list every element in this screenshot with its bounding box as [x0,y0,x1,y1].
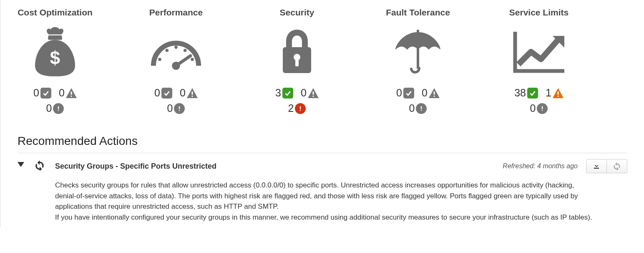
err-count: 0 [46,102,64,114]
ok-count: 0 [396,87,414,99]
svg-rect-4 [58,110,59,111]
refresh-button[interactable] [606,159,627,173]
category-title: Fault Tolerance [386,8,450,18]
action-para2: If you have intentionally configured you… [55,212,597,223]
action-description: Checks security groups for rules that al… [55,180,597,223]
warning-icon [308,88,319,98]
warning-icon [187,88,198,98]
svg-point-11 [191,58,194,61]
category-performance[interactable]: Performance 0 [138,8,214,118]
ok-count: 0 [33,87,51,99]
svg-rect-2 [70,96,72,97]
svg-rect-19 [312,91,314,95]
category-counts: 38 1 0 [514,87,564,118]
svg-rect-26 [433,96,435,97]
err-count: 0 [530,102,548,114]
section-title: Recommended Actions [18,134,627,148]
category-counts: 0 0 0 [154,87,198,118]
error-icon [53,103,64,114]
svg-rect-15 [179,110,180,111]
svg-rect-3 [58,106,59,109]
svg-rect-32 [542,110,543,111]
warning-icon [429,88,440,98]
error-icon [416,103,427,114]
check-icon [527,88,538,99]
warn-count: 0 [422,87,440,99]
warn-count: 0 [180,87,198,99]
svg-rect-24 [417,48,419,69]
svg-rect-29 [557,91,558,95]
svg-rect-28 [421,110,422,111]
ok-count: 0 [154,87,172,99]
chart-up-icon [512,25,566,79]
category-security[interactable]: Security 3 0 [259,8,335,118]
action-para1: Checks security groups for rules that al… [55,180,597,212]
divider [18,153,627,153]
ok-count: 3 [275,87,293,99]
action-buttons [586,159,627,173]
category-title: Security [280,8,314,18]
lock-icon [270,25,324,79]
category-counts: 3 0 2 [275,87,319,118]
category-row: Cost Optimization $ 0 0 [18,8,627,118]
error-icon [537,103,548,114]
check-icon [282,88,293,99]
svg-rect-23 [417,30,419,33]
umbrella-icon [391,25,445,79]
svg-rect-13 [191,96,193,97]
refresh-icon[interactable] [34,160,45,171]
check-icon [403,88,414,99]
svg-rect-30 [557,96,558,97]
check-icon [40,88,51,99]
category-title: Service Limits [509,8,569,18]
category-cost-optimization[interactable]: Cost Optimization $ 0 0 [18,8,93,118]
warn-count: 0 [301,87,319,99]
svg-rect-21 [300,106,301,109]
svg-rect-14 [179,106,180,109]
error-icon [174,103,185,114]
warning-icon [66,88,77,98]
warn-count: 0 [59,87,77,99]
download-button[interactable] [586,159,606,173]
category-title: Performance [149,8,203,18]
svg-point-7 [158,58,161,61]
svg-point-8 [166,49,169,52]
expand-caret-icon[interactable] [18,162,24,168]
refreshed-label: Refreshed: 4 months ago [503,162,578,170]
err-count: 0 [167,102,185,114]
svg-rect-33 [594,168,599,169]
svg-rect-18 [295,59,299,66]
category-counts: 0 0 0 [33,87,77,118]
warning-icon [553,88,564,98]
err-count: 2 [288,102,306,114]
action-title: Security Groups - Specific Ports Unrestr… [55,162,216,171]
svg-rect-1 [70,91,72,95]
svg-rect-22 [300,110,301,111]
category-title: Cost Optimization [18,8,93,18]
money-bag-icon: $ [28,25,82,79]
err-count: 0 [409,102,427,114]
svg-rect-27 [421,106,422,109]
svg-rect-25 [433,91,435,95]
ok-count: 38 [514,87,538,99]
warn-count: 1 [546,87,564,99]
svg-point-10 [184,49,187,52]
error-icon [295,103,306,114]
check-icon [161,88,172,99]
gauge-icon [149,25,203,79]
svg-rect-31 [542,106,543,109]
svg-rect-20 [312,96,314,97]
category-fault-tolerance[interactable]: Fault Tolerance 0 0 [380,8,455,118]
svg-rect-12 [191,91,193,95]
action-item: Security Groups - Specific Ports Unrestr… [18,159,627,223]
category-service-limits[interactable]: Service Limits 38 1 [501,8,576,118]
category-counts: 0 0 0 [396,87,440,118]
svg-line-6 [176,56,191,66]
svg-text:$: $ [50,48,60,68]
svg-point-9 [174,46,178,49]
